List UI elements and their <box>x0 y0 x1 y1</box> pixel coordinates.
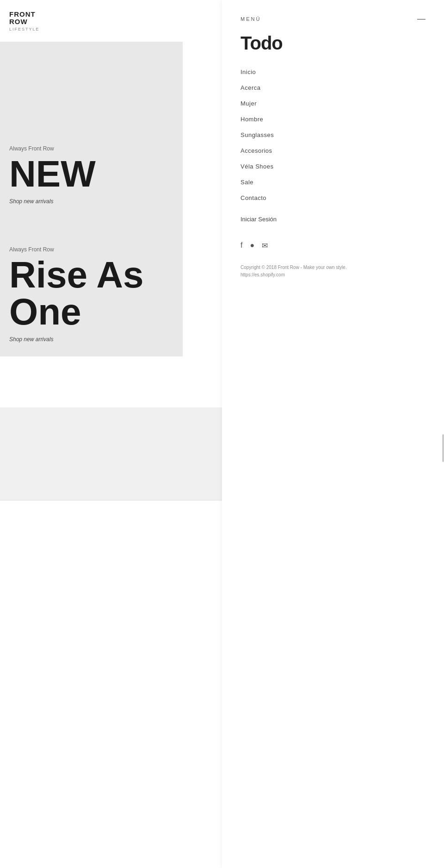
hero-cta-2[interactable]: Shop new arrivals <box>9 336 173 343</box>
menu-nav: Inicio Acerca Mujer Hombre Sunglasses Ac… <box>240 68 426 202</box>
nav-link-sunglasses[interactable]: Sunglasses <box>240 131 274 138</box>
social-icons: f ● ✉ <box>240 241 426 250</box>
hero-label-2: Always Front Row <box>9 246 173 253</box>
nav-item-inicio[interactable]: Inicio <box>240 68 426 76</box>
nav-link-vela-shoes[interactable]: Véla Shoes <box>240 163 274 170</box>
nav-item-contacto[interactable]: Contacto <box>240 194 426 202</box>
logo[interactable]: FRONT ROW LIFESTYLE <box>9 11 40 31</box>
nav-item-hombre[interactable]: Hombre <box>240 115 426 123</box>
nav-link-accesorios[interactable]: Accesorios <box>240 147 272 154</box>
logo-text: FRONT ROW <box>9 11 36 26</box>
login-link[interactable]: Iniciar Sesión <box>240 216 426 223</box>
facebook-icon[interactable]: f <box>240 241 242 250</box>
nav-link-contacto[interactable]: Contacto <box>240 194 266 201</box>
nav-item-sale[interactable]: Sale <box>240 178 426 186</box>
hero-block-1: Always Front Row NEW Shop new arrivals <box>9 145 173 219</box>
nav-item-mujer[interactable]: Mujer <box>240 99 426 107</box>
scroll-indicator <box>442 434 444 462</box>
hero-image-area: Always Front Row NEW Shop new arrivals A… <box>0 42 183 356</box>
hero-title-2: Rise As One <box>9 256 173 331</box>
nav-item-accesorios[interactable]: Accesorios <box>240 146 426 155</box>
instagram-icon[interactable]: ● <box>250 241 254 250</box>
hero-block-2: Always Front Row Rise As One Shop new ar… <box>9 246 173 343</box>
nav-link-sale[interactable]: Sale <box>240 179 253 186</box>
nav-item-sunglasses[interactable]: Sunglasses <box>240 131 426 139</box>
nav-link-mujer[interactable]: Mujer <box>240 100 257 107</box>
hero-title-1: NEW <box>9 156 173 193</box>
product-col-1 <box>0 500 222 704</box>
menu-overlay: MENÚ — Todo Inicio Acerca Mujer Hombre S… <box>222 0 444 868</box>
nav-item-vela-shoes[interactable]: Véla Shoes <box>240 162 426 170</box>
mail-icon[interactable]: ✉ <box>262 241 268 250</box>
menu-title: Todo <box>240 33 426 54</box>
menu-top: MENÚ — <box>240 14 426 24</box>
nav-link-acerca[interactable]: Acerca <box>240 84 260 91</box>
nav-link-inicio[interactable]: Inicio <box>240 69 256 75</box>
copyright-text: Copyright © 2018 Front Row - Make your o… <box>240 264 426 279</box>
menu-label: MENÚ <box>240 16 261 22</box>
nav-link-hombre[interactable]: Hombre <box>240 116 263 123</box>
hero-label-1: Always Front Row <box>9 145 173 152</box>
menu-close-button[interactable]: — <box>417 14 426 24</box>
logo-subtitle: LIFESTYLE <box>9 27 40 31</box>
nav-item-acerca[interactable]: Acerca <box>240 83 426 92</box>
hero-cta-1[interactable]: Shop new arrivals <box>9 198 173 205</box>
